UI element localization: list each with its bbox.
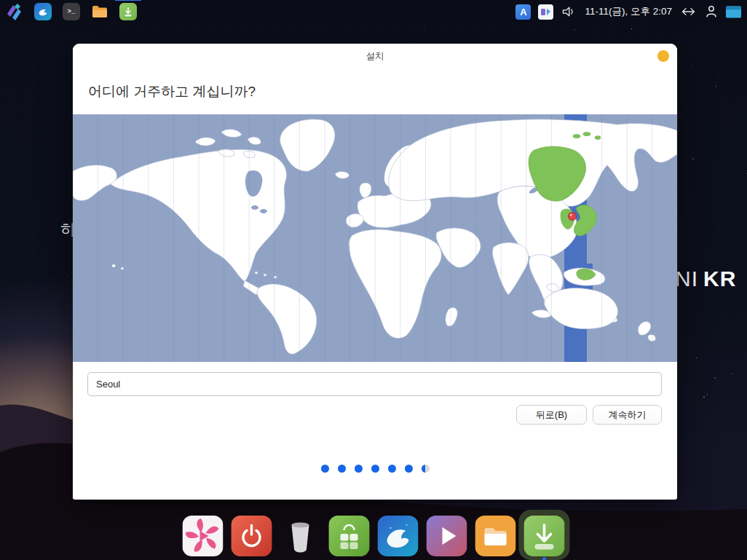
timezone-map[interactable]: [73, 114, 677, 362]
progress-dot: [321, 465, 329, 473]
ethernet-icon[interactable]: [681, 4, 696, 20]
power-icon: [232, 516, 272, 556]
panel-launchers: >_: [0, 1, 139, 23]
app-store-icon: [329, 516, 370, 556]
progress-dot: [388, 465, 396, 473]
progress-dot: [371, 465, 379, 473]
file-manager-launcher[interactable]: [89, 1, 111, 23]
back-button[interactable]: 뒤로(B): [516, 405, 587, 425]
page-title: 어디에 거주하고 계십니까?: [88, 82, 256, 101]
window-titlebar[interactable]: 설치: [73, 44, 677, 68]
whale-browser-icon: [378, 516, 419, 556]
dock-file-manager[interactable]: [475, 516, 516, 556]
wallpaper-brand-text-right: NIKR: [675, 267, 736, 291]
dock-whale-browser[interactable]: [378, 516, 419, 556]
minimize-button[interactable]: [657, 50, 669, 62]
panel-clock[interactable]: 11-11(금), 오후 2:07: [583, 5, 673, 18]
trash-icon: [280, 516, 321, 556]
dock-media-player[interactable]: [183, 516, 224, 556]
dock-app-store[interactable]: [329, 516, 370, 556]
top-panel: >_ A: [0, 0, 747, 23]
running-indicator-dot: [542, 557, 546, 560]
file-manager-icon: [475, 516, 516, 556]
active-window-indicator: [115, 0, 141, 1]
progress-dot: [422, 465, 430, 473]
terminal-icon: >_: [63, 3, 80, 20]
whale-browser-launcher[interactable]: [32, 1, 54, 23]
user-icon[interactable]: [703, 4, 719, 20]
dock: [183, 516, 565, 556]
progress-dot: [355, 465, 363, 473]
input-method-panel-icon[interactable]: [538, 4, 553, 20]
window-title: 설치: [366, 50, 384, 63]
dock-power[interactable]: [232, 516, 272, 556]
progress-dot: [405, 465, 413, 473]
wizard-buttons: 뒤로(B) 계속하기: [516, 405, 662, 425]
brand-bold: KR: [703, 267, 736, 291]
city-pin[interactable]: [569, 213, 577, 221]
progress-dot: [338, 465, 346, 473]
installer-icon: [524, 516, 565, 556]
heading-row: 어디에 거주하고 계십니까?: [73, 68, 677, 114]
progress-dots: [73, 465, 677, 473]
dock-video-player[interactable]: [427, 516, 467, 556]
video-player-icon: [427, 516, 467, 556]
korean-ime-icon[interactable]: A: [515, 4, 531, 20]
system-tray: A 11-11(금), 오후 2:07: [515, 4, 747, 20]
desktop: { "wallpaper": { "brand_text_left": "하",…: [0, 0, 747, 560]
volume-icon[interactable]: [561, 4, 576, 20]
dock-trash[interactable]: [280, 516, 321, 556]
installer-icon: [119, 3, 137, 20]
hamonikr-logo-icon: [5, 2, 24, 21]
folder-icon: [91, 3, 108, 20]
city-input[interactable]: [87, 372, 662, 396]
continue-button[interactable]: 계속하기: [593, 405, 662, 425]
show-desktop-icon[interactable]: [726, 4, 741, 20]
brand-thin: NI: [675, 267, 698, 291]
terminal-launcher[interactable]: >_: [60, 1, 82, 23]
hamonikr-menu-button[interactable]: [4, 1, 25, 23]
installer-launcher[interactable]: [117, 1, 139, 23]
dock-installer[interactable]: [524, 516, 565, 556]
whale-browser-icon: [34, 3, 52, 20]
installer-window: 설치 어디에 거주하고 계십니까?: [73, 44, 677, 500]
media-player-icon: [183, 516, 224, 556]
